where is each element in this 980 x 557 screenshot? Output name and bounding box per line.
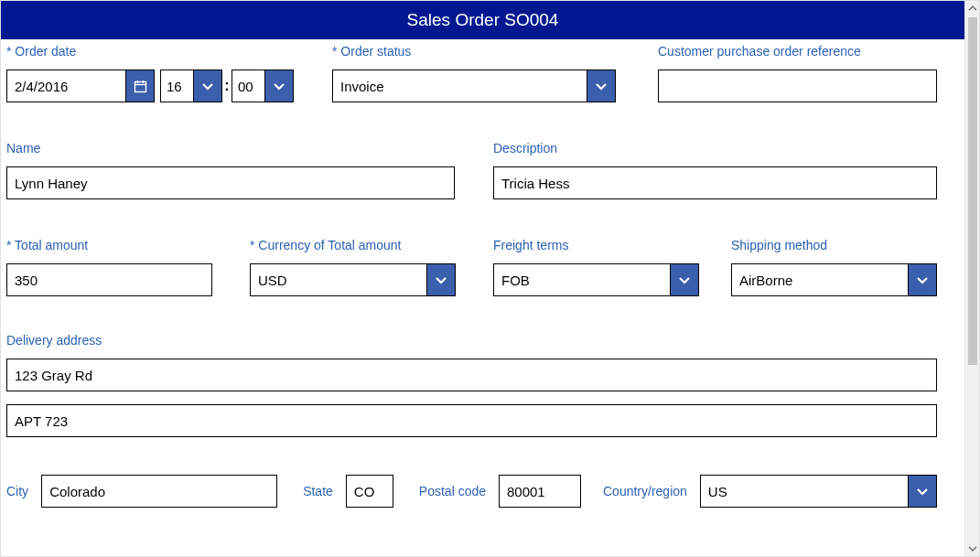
shipping-method-label: Shipping method [731, 238, 827, 252]
calendar-icon [134, 80, 147, 93]
scroll-up-icon[interactable] [965, 1, 980, 16]
order-min-group [232, 70, 294, 102]
city-label: City [6, 484, 28, 498]
order-date-input[interactable] [6, 70, 125, 102]
scrollbar-thumb[interactable] [968, 17, 977, 365]
order-min-input[interactable] [232, 70, 264, 102]
order-status-input[interactable] [332, 70, 587, 102]
name-label: Name [6, 141, 40, 155]
description-input[interactable] [493, 166, 937, 199]
state-label: State [303, 484, 333, 498]
order-hour-input[interactable] [160, 70, 193, 102]
delivery-address-label: Delivery address [6, 333, 102, 348]
order-date-label: Order date [6, 44, 76, 59]
order-date-input-group [6, 70, 155, 102]
currency-dropdown-button[interactable] [426, 263, 456, 296]
shipping-method-dropdown-button[interactable] [908, 263, 937, 296]
customer-po-ref-field: Customer purchase order reference [658, 43, 937, 102]
order-hour-group [160, 70, 222, 102]
scroll-down-icon[interactable] [965, 541, 980, 556]
order-status-field: Order status [332, 43, 616, 102]
address-details-row: City State Postal code Country/region [6, 475, 937, 508]
description-field: Description [493, 140, 937, 199]
name-field: Name [6, 140, 455, 199]
form-content: Order date [1, 39, 964, 76]
svg-rect-0 [135, 81, 145, 91]
country-region-select[interactable] [700, 475, 937, 508]
postal-code-label: Postal code [419, 484, 486, 498]
time-colon: : [222, 70, 232, 102]
freight-terms-select[interactable] [493, 263, 699, 296]
freight-terms-label: Freight terms [493, 238, 568, 252]
customer-po-ref-input[interactable] [658, 70, 937, 102]
chevron-down-icon [916, 485, 929, 498]
customer-po-ref-label: Customer purchase order reference [658, 44, 861, 59]
order-hour-dropdown[interactable] [193, 70, 222, 102]
total-amount-field: Total amount [6, 237, 212, 296]
calendar-button[interactable] [125, 70, 155, 102]
currency-field: Currency of Total amount [250, 237, 456, 296]
country-region-dropdown-button[interactable] [908, 475, 937, 508]
chevron-down-icon [435, 273, 447, 286]
postal-code-input[interactable] [499, 475, 581, 508]
currency-input[interactable] [250, 263, 426, 296]
chevron-down-icon [201, 80, 214, 92]
name-input[interactable] [6, 166, 455, 199]
order-status-label: Order status [332, 44, 411, 59]
shipping-method-select[interactable] [731, 263, 937, 296]
shipping-method-input[interactable] [731, 263, 908, 296]
order-date-field: Order date [6, 43, 318, 102]
page-title-bar: Sales Order SO004 [1, 1, 964, 39]
state-input[interactable] [346, 475, 393, 508]
country-region-label: Country/region [603, 484, 687, 498]
order-status-dropdown-button[interactable] [587, 70, 616, 102]
address-line2-input[interactable] [6, 404, 937, 437]
chevron-down-icon [273, 80, 285, 92]
sales-order-form: Sales Order SO004 Order date [0, 0, 980, 557]
freight-terms-dropdown-button[interactable] [670, 263, 699, 296]
shipping-method-field: Shipping method [731, 237, 937, 296]
order-status-select[interactable] [332, 70, 616, 102]
page-title: Sales Order SO004 [407, 10, 559, 30]
address-line1-input[interactable] [6, 359, 937, 391]
chevron-down-icon [595, 80, 608, 92]
description-label: Description [493, 141, 557, 155]
delivery-address-field: Delivery address [6, 332, 937, 437]
freight-terms-field: Freight terms [493, 237, 699, 296]
vertical-scrollbar[interactable] [964, 1, 979, 556]
chevron-down-icon [916, 273, 929, 286]
total-amount-input[interactable] [6, 263, 212, 296]
currency-select[interactable] [250, 263, 456, 296]
order-min-dropdown[interactable] [264, 70, 294, 102]
country-region-input[interactable] [700, 475, 908, 508]
total-amount-label: Total amount [6, 238, 88, 252]
currency-label: Currency of Total amount [250, 238, 402, 252]
freight-terms-input[interactable] [493, 263, 670, 296]
city-input[interactable] [41, 475, 277, 508]
chevron-down-icon [678, 273, 691, 286]
